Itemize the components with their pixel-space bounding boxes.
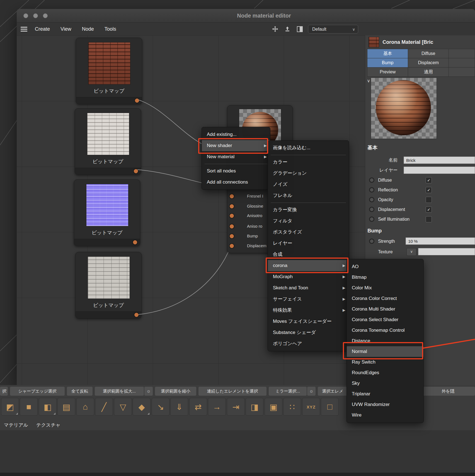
modeling-tool-icon[interactable]: ⇄ <box>189 398 207 416</box>
xyz-dots-tool-icon[interactable]: XYZ <box>302 398 320 416</box>
grow-selection-button[interactable]: 選択範囲を拡大... <box>95 387 144 396</box>
corona-item-bitmap[interactable]: Bitmap <box>347 272 423 283</box>
corona-item-roundedges[interactable]: RoundEdges <box>347 367 423 378</box>
tab-preview[interactable]: Preview <box>367 68 408 76</box>
mirror-select-button[interactable]: ミラー選択... <box>269 387 307 396</box>
tab-displacement[interactable]: Displacem <box>408 58 449 67</box>
shader-item-sketch-and-toon[interactable]: Sketch and Toon ▶ <box>268 282 349 294</box>
shrink-selection-button[interactable]: 選択範囲を縮小 <box>155 387 196 396</box>
menu-item-sort-all-nodes[interactable]: Sort all nodes <box>202 165 270 177</box>
modeling-tool-icon[interactable]: ▣ <box>265 398 282 416</box>
bitmap-node-red-brick[interactable]: ビットマップ <box>76 38 142 104</box>
checkbox-checked[interactable]: ✓ <box>426 177 432 183</box>
corona-item-sky[interactable]: Sky <box>347 378 423 389</box>
layer-field[interactable] <box>404 167 475 174</box>
shader-item-mograph[interactable]: MoGraph ▶ <box>268 271 349 282</box>
texture-field[interactable] <box>418 248 475 255</box>
bitmap-node-gray-brick[interactable]: ビットマップ <box>75 252 142 319</box>
corona-item-tonemap-control[interactable]: Corona Tonemap Control <box>347 325 423 336</box>
contrast-icon[interactable] <box>296 26 303 32</box>
modeling-tool-icon[interactable]: ◧ <box>39 398 57 416</box>
close-button[interactable] <box>23 13 28 18</box>
collapse-chevron-icon[interactable]: ∨ <box>367 78 370 83</box>
strength-field[interactable] <box>406 237 475 245</box>
select-connected-button[interactable]: 連続したエレメントを選択 <box>198 387 266 396</box>
bitmap-node-white-brick[interactable]: ビットマップ <box>75 108 141 175</box>
shader-item-substance-shader[interactable]: Substance シェーダ <box>268 327 349 338</box>
modeling-tool-icon[interactable]: ◆ <box>133 398 151 416</box>
tab-apply[interactable]: 適用 <box>408 68 449 76</box>
shader-item-moves-face-shader[interactable]: Moves フェイスシェーダー <box>268 316 349 327</box>
corona-item-color-mix[interactable]: Color Mix <box>347 283 423 293</box>
corona-item-uvw-randomizer[interactable]: UVW Randomizer <box>347 399 423 410</box>
shader-item-corona[interactable]: corona ▶ <box>268 260 349 271</box>
grow-selection-gear-icon[interactable]: ☼ <box>144 387 153 396</box>
input-port[interactable] <box>229 243 234 249</box>
menu-node[interactable]: Node <box>77 23 99 35</box>
corona-item-ao[interactable]: AO <box>347 261 423 272</box>
output-port[interactable] <box>133 169 139 174</box>
menu-item-add-all-connections[interactable]: Add all connections <box>202 177 270 188</box>
shader-item-surface[interactable]: サーフェイス ▶ <box>268 294 349 305</box>
shader-item-posterize[interactable]: ポスタライズ <box>268 227 349 238</box>
shader-item-fresnel[interactable]: フレネル <box>268 190 349 201</box>
window-titlebar[interactable]: Node material editor <box>17 9 475 23</box>
input-port[interactable] <box>229 224 234 229</box>
input-port[interactable] <box>229 194 234 199</box>
hamburger-menu-icon[interactable] <box>21 27 27 32</box>
shader-item-special-effects[interactable]: 特殊効果 ▶ <box>268 305 349 316</box>
invert-all-button[interactable]: 全て反転 <box>67 387 93 396</box>
keyframe-dot-icon[interactable] <box>369 197 374 202</box>
menu-item-new-shader[interactable]: New shader ▶ <box>202 140 270 151</box>
name-field[interactable] <box>404 157 475 164</box>
tab-bump[interactable]: Bump <box>367 58 408 67</box>
pan-view-icon[interactable] <box>272 26 278 32</box>
checkbox-unchecked[interactable] <box>426 216 432 222</box>
zoom-button[interactable] <box>43 13 48 18</box>
shader-item-layer[interactable]: レイヤー <box>268 238 349 249</box>
menu-create[interactable]: Create <box>30 23 55 35</box>
input-port[interactable] <box>229 204 234 209</box>
checkbox-checked[interactable]: ✓ <box>426 206 432 213</box>
hide-outside-button[interactable]: 外を隠 <box>421 387 475 396</box>
shader-item-composite[interactable]: 合成 <box>268 249 349 260</box>
corona-item-wire[interactable]: Wire <box>347 410 423 420</box>
modeling-tool-icon[interactable]: ⇓ <box>170 398 188 416</box>
bitmap-node-normal-map[interactable]: ビットマップ <box>74 179 140 246</box>
checkbox-checked[interactable]: ✓ <box>426 187 432 193</box>
corona-item-ray-switch[interactable]: Ray Switch <box>347 357 423 367</box>
select-button-partial[interactable]: 択 <box>0 387 8 396</box>
corona-item-select-shader[interactable]: Corona Select Shader <box>347 314 423 325</box>
input-port[interactable] <box>229 213 234 218</box>
checkbox-unchecked[interactable] <box>426 197 432 203</box>
modeling-tool-icon[interactable]: ▽ <box>114 398 132 416</box>
modeling-tool-icon[interactable]: ⌂ <box>76 398 94 416</box>
modeling-tool-icon[interactable]: ■ <box>20 398 38 416</box>
tab-materials[interactable]: マテリアル <box>4 421 28 429</box>
corona-item-normal[interactable]: Normal <box>347 346 423 357</box>
minimize-button[interactable] <box>33 13 38 18</box>
shader-item-load-image[interactable]: 画像を読み込む... <box>268 142 349 153</box>
keyframe-dot-icon[interactable] <box>369 207 374 212</box>
modeling-tool-icon[interactable]: □ <box>321 398 339 416</box>
keyframe-dot-icon[interactable] <box>369 217 374 222</box>
input-port[interactable] <box>229 234 234 239</box>
modeling-tool-icon[interactable]: ◨ <box>246 398 263 416</box>
output-port[interactable] <box>134 98 140 103</box>
preset-dropdown[interactable]: Default ∨ <box>308 25 358 33</box>
shader-item-color[interactable]: カラー <box>268 157 349 168</box>
shader-item-polygon-hair[interactable]: ポリゴンヘア <box>268 338 349 349</box>
keyframe-dot-icon[interactable] <box>369 239 374 244</box>
corona-item-triplanar[interactable]: Triplanar <box>347 389 423 399</box>
modeling-tool-icon[interactable]: ∷ <box>283 398 301 416</box>
shader-item-gradient[interactable]: グラデーション <box>268 168 349 179</box>
sharp-edge-select-button[interactable]: シャープエッジ選択 <box>10 387 65 396</box>
output-port[interactable] <box>134 312 139 318</box>
shader-item-color-conversion[interactable]: カラー変換 <box>268 204 349 215</box>
menu-item-add-existing[interactable]: Add existing... <box>202 129 270 140</box>
shader-item-filter[interactable]: フィルタ <box>268 215 349 227</box>
tab-textures[interactable]: テクスチャ <box>36 421 60 429</box>
texture-dropdown-button[interactable]: ∨ <box>406 248 416 256</box>
select-element-button[interactable]: 選択エレメ <box>318 387 348 396</box>
keyframe-dot-icon[interactable] <box>369 177 374 183</box>
